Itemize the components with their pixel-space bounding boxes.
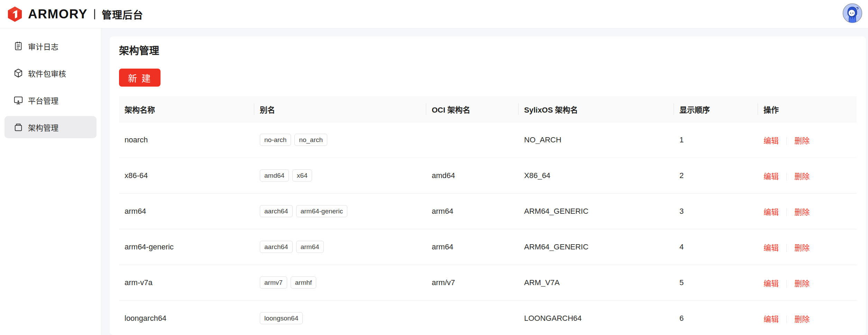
column-header: SylixOS 架构名 — [519, 96, 674, 122]
sidebar-item-package-review[interactable]: 软件包审核 — [4, 62, 97, 84]
table-row: noarch no-archno_arch NO_ARCH 1 编辑 删除 — [119, 122, 857, 158]
delete-link[interactable]: 删除 — [794, 208, 810, 217]
sylixos-name-cell: ARM64_GENERIC — [519, 229, 674, 265]
audit-log-icon — [13, 41, 24, 51]
display-order-cell: 3 — [674, 193, 758, 229]
alias-cell: amd64x64 — [254, 158, 426, 193]
table-header-row: 架构名称 别名 OCI 架构名 SylixOS 架构名 显示顺序 操作 — [119, 96, 857, 122]
delete-link[interactable]: 删除 — [794, 172, 810, 181]
table-row: loongarch64 loongson64 LOONGARCH64 6 编辑 … — [119, 300, 857, 335]
oci-name-cell — [426, 122, 519, 158]
architecture-table: 架构名称 别名 OCI 架构名 SylixOS 架构名 显示顺序 操作 — [119, 96, 857, 335]
edit-link[interactable]: 编辑 — [764, 315, 779, 324]
top-bar: ARMORY 管理后台 — [0, 0, 868, 28]
column-header: OCI 架构名 — [426, 96, 519, 122]
alias-cell: armv7armhf — [254, 265, 426, 300]
sidebar-item-label: 架构管理 — [28, 122, 58, 133]
table-head: 架构名称 别名 OCI 架构名 SylixOS 架构名 显示顺序 操作 — [119, 96, 857, 122]
alias-tag: aarch64 — [260, 241, 293, 253]
action-divider — [786, 209, 787, 216]
table-row: arm64-generic aarch64arm64 arm64 ARM64_G… — [119, 229, 857, 265]
alias-cell: aarch64arm64-generic — [254, 193, 426, 229]
create-button[interactable]: 新 建 — [119, 69, 161, 87]
main-content: 架构管理 新 建 架构名称 别名 OCI 架构名 SylixOS 架构名 — [101, 28, 868, 335]
action-divider — [786, 244, 787, 252]
edit-link[interactable]: 编辑 — [764, 208, 779, 217]
delete-link[interactable]: 删除 — [794, 136, 810, 145]
alias-tag: amd64 — [260, 169, 289, 182]
sidebar-item-label: 平台管理 — [28, 95, 58, 106]
oci-name-cell: arm64 — [426, 193, 519, 229]
sidebar-item-audit-log[interactable]: 审计日志 — [4, 35, 97, 57]
armory-logo-icon — [7, 6, 23, 23]
oci-name-cell: arm/v7 — [426, 265, 519, 300]
alias-cell: no-archno_arch — [254, 122, 426, 158]
edit-link[interactable]: 编辑 — [764, 244, 779, 252]
alias-cell: aarch64arm64 — [254, 229, 426, 265]
alias-tag: armhf — [291, 276, 317, 289]
arch-name-cell: arm-v7a — [119, 265, 254, 300]
column-header: 架构名称 — [119, 96, 254, 122]
brand-name: ARMORY — [28, 7, 88, 21]
arch-name-cell: arm64-generic — [119, 229, 254, 265]
page-title: 架构管理 — [119, 44, 857, 58]
brand-subtitle: 管理后台 — [102, 7, 143, 21]
sylixos-name-cell: NO_ARCH — [519, 122, 674, 158]
alias-tag: x64 — [292, 169, 312, 182]
action-divider — [786, 173, 787, 180]
action-divider — [786, 137, 787, 145]
architecture-icon — [13, 122, 24, 132]
table-body: noarch no-archno_arch NO_ARCH 1 编辑 删除 x8… — [119, 122, 857, 335]
arch-name-cell: arm64 — [119, 193, 254, 229]
alias-tag: no-arch — [260, 134, 291, 146]
sylixos-name-cell: X86_64 — [519, 158, 674, 193]
brand: ARMORY 管理后台 — [0, 6, 143, 23]
brand-divider — [94, 9, 95, 19]
action-divider — [786, 316, 787, 323]
sylixos-name-cell: LOONGARCH64 — [519, 300, 674, 335]
alias-tag: no_arch — [294, 134, 327, 146]
alias-tag: arm64-generic — [296, 205, 348, 217]
oci-name-cell: arm64 — [426, 229, 519, 265]
user-avatar[interactable] — [842, 3, 862, 23]
sidebar-item-architecture[interactable]: 架构管理 — [4, 116, 97, 138]
alias-cell: loongson64 — [254, 300, 426, 335]
arch-name-cell: loongarch64 — [119, 300, 254, 335]
content-card: 架构管理 新 建 架构名称 别名 OCI 架构名 SylixOS 架构名 — [110, 36, 866, 335]
actions-cell: 编辑 删除 — [758, 158, 857, 193]
edit-link[interactable]: 编辑 — [764, 172, 779, 181]
display-order-cell: 1 — [674, 122, 758, 158]
actions-cell: 编辑 删除 — [758, 300, 857, 335]
arch-name-cell: x86-64 — [119, 158, 254, 193]
platform-icon — [13, 95, 24, 105]
delete-link[interactable]: 删除 — [794, 279, 810, 288]
sidebar-item-platform[interactable]: 平台管理 — [4, 89, 97, 111]
actions-cell: 编辑 删除 — [758, 122, 857, 158]
action-divider — [786, 280, 787, 288]
display-order-cell: 6 — [674, 300, 758, 335]
sidebar-item-label: 软件包审核 — [28, 68, 66, 79]
column-header: 显示顺序 — [674, 96, 758, 122]
edit-link[interactable]: 编辑 — [764, 136, 779, 145]
sidebar: 审计日志 软件包审核 平台管理 架构管理 — [0, 28, 101, 335]
alias-tag: aarch64 — [260, 205, 293, 217]
display-order-cell: 4 — [674, 229, 758, 265]
arch-name-cell: noarch — [119, 122, 254, 158]
alias-tag: armv7 — [260, 276, 287, 289]
sylixos-name-cell: ARM64_GENERIC — [519, 193, 674, 229]
package-review-icon — [13, 68, 24, 78]
edit-link[interactable]: 编辑 — [764, 279, 779, 288]
actions-cell: 编辑 删除 — [758, 193, 857, 229]
sylixos-name-cell: ARM_V7A — [519, 265, 674, 300]
column-header: 操作 — [758, 96, 857, 122]
table-row: arm64 aarch64arm64-generic arm64 ARM64_G… — [119, 193, 857, 229]
sidebar-item-label: 审计日志 — [28, 41, 58, 52]
column-header: 别名 — [254, 96, 426, 122]
display-order-cell: 5 — [674, 265, 758, 300]
delete-link[interactable]: 删除 — [794, 315, 810, 324]
table-row: arm-v7a armv7armhf arm/v7 ARM_V7A 5 编辑 删… — [119, 265, 857, 300]
delete-link[interactable]: 删除 — [794, 244, 810, 252]
oci-name-cell: amd64 — [426, 158, 519, 193]
app-root: ARMORY 管理后台 — [0, 0, 868, 335]
alias-tag: arm64 — [296, 241, 324, 253]
